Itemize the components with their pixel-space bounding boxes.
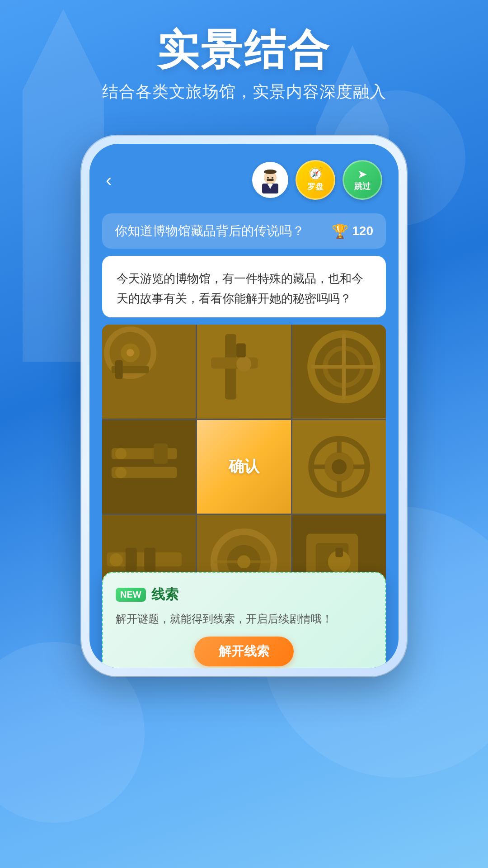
page-main-title: 实景结合 bbox=[0, 27, 488, 73]
phone-outer-frame: ‹ bbox=[81, 136, 407, 676]
svg-point-17 bbox=[267, 177, 269, 179]
phone-screen: ‹ bbox=[89, 144, 399, 668]
score-badge: 🏆 120 bbox=[332, 223, 373, 239]
puzzle-cell-confirm[interactable]: 确认 bbox=[197, 420, 291, 514]
skip-button[interactable]: ➤ 跳过 bbox=[343, 160, 382, 200]
phone-mockup: ‹ bbox=[81, 136, 407, 676]
svg-rect-53 bbox=[144, 548, 155, 571]
clue-description: 解开谜题，就能得到线索，开启后续剧情哦！ bbox=[116, 610, 372, 627]
svg-rect-40 bbox=[154, 443, 168, 464]
description-text: 今天游览的博物馆，有一件特殊的藏品，也和今天的故事有关，看看你能解开她的秘密吗吗… bbox=[117, 269, 371, 308]
svg-point-24 bbox=[127, 349, 134, 357]
svg-point-51 bbox=[110, 553, 123, 566]
question-bar: 你知道博物馆藏品背后的传说吗？ 🏆 120 bbox=[102, 213, 386, 249]
puzzle-area: 确认 bbox=[102, 325, 386, 609]
puzzle-cell-tr[interactable] bbox=[292, 325, 386, 418]
svg-point-39 bbox=[115, 467, 127, 478]
back-button[interactable]: ‹ bbox=[106, 171, 112, 189]
description-area: 今天游览的博物馆，有一件特殊的藏品，也和今天的故事有关，看看你能解开她的秘密吗吗… bbox=[102, 256, 386, 317]
unlock-clue-button[interactable]: 解开线索 bbox=[194, 637, 294, 666]
trophy-icon: 🏆 bbox=[332, 223, 348, 239]
svg-point-28 bbox=[236, 357, 251, 372]
top-right-controls: 🧭 罗盘 ➤ 跳过 bbox=[252, 160, 382, 200]
svg-point-38 bbox=[115, 448, 127, 459]
new-badge: NEW bbox=[116, 588, 146, 602]
page-sub-title: 结合各类文旅场馆，实景内容深度融入 bbox=[0, 81, 488, 103]
compass-button[interactable]: 🧭 罗盘 bbox=[296, 160, 335, 200]
svg-point-44 bbox=[332, 459, 347, 474]
svg-rect-30 bbox=[292, 325, 386, 418]
user-avatar bbox=[252, 162, 288, 198]
question-text: 你知道博物馆藏品背后的传说吗？ bbox=[115, 222, 305, 240]
svg-point-16 bbox=[269, 179, 274, 181]
puzzle-cell-tl[interactable] bbox=[102, 325, 196, 418]
skip-icon: ➤ bbox=[357, 168, 367, 180]
phone-top-bar: ‹ bbox=[89, 144, 399, 209]
svg-point-18 bbox=[272, 177, 273, 179]
confirm-text: 确认 bbox=[229, 456, 259, 477]
puzzle-cell-mr[interactable] bbox=[292, 420, 386, 514]
compass-label: 罗盘 bbox=[307, 181, 324, 192]
skip-label: 跳过 bbox=[354, 181, 371, 192]
svg-rect-29 bbox=[236, 344, 246, 358]
avatar-image bbox=[257, 166, 284, 193]
score-value: 120 bbox=[352, 224, 373, 238]
clue-header: NEW 线索 bbox=[116, 585, 372, 604]
puzzle-grid: 确认 bbox=[102, 325, 386, 609]
svg-rect-63 bbox=[335, 548, 343, 557]
clue-title: 线索 bbox=[151, 585, 178, 604]
compass-icon: 🧭 bbox=[308, 168, 324, 180]
svg-point-14 bbox=[264, 170, 277, 174]
puzzle-cell-tc[interactable] bbox=[197, 325, 291, 418]
svg-rect-52 bbox=[126, 548, 137, 571]
svg-rect-22 bbox=[115, 360, 123, 379]
clue-card: NEW 线索 解开谜题，就能得到线索，开启后续剧情哦！ 解开线索 bbox=[102, 572, 386, 668]
puzzle-cell-ml[interactable] bbox=[102, 420, 196, 514]
hero-section: 实景结合 结合各类文旅场馆，实景内容深度融入 bbox=[0, 27, 488, 103]
